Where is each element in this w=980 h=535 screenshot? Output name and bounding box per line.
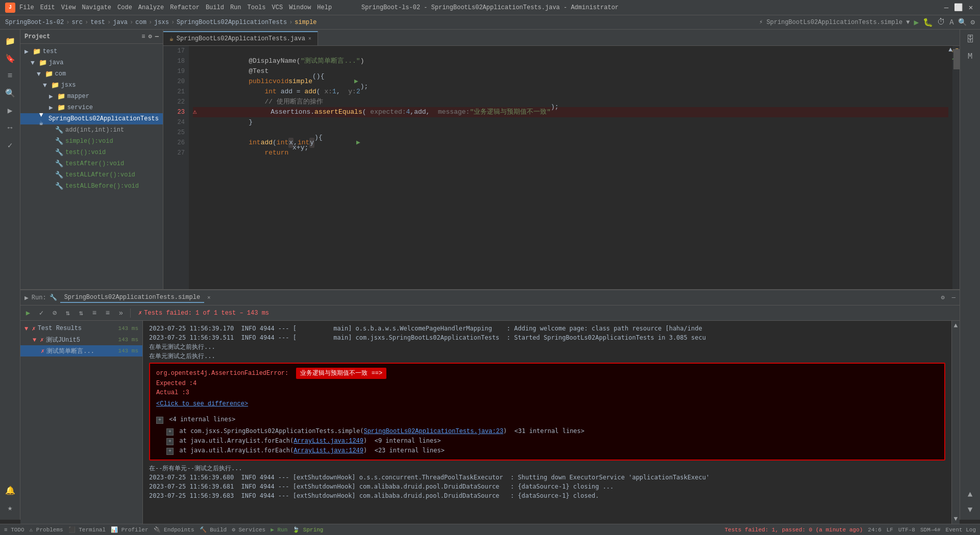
- stack-link-2[interactable]: ArrayList.java:1249: [293, 438, 363, 445]
- maximize-button[interactable]: ⬜: [954, 4, 963, 12]
- test-simple-item[interactable]: ✗ 测试简单断言... 143 ms: [20, 345, 142, 356]
- position-indicator[interactable]: 24:6: [868, 527, 881, 533]
- settings-icon[interactable]: ⚙: [971, 18, 975, 27]
- tree-item-testallbefore-method[interactable]: 🔧 testALLBefore():void: [20, 181, 163, 192]
- profiler-button[interactable]: 📊 Profiler: [111, 526, 148, 533]
- run-button-status[interactable]: ▶ Run: [271, 526, 287, 533]
- scroll-up-right[interactable]: ▲: [963, 487, 978, 502]
- rerun-button[interactable]: ▶: [22, 308, 34, 319]
- menu-code[interactable]: Code: [117, 4, 132, 11]
- more-button[interactable]: »: [115, 308, 127, 319]
- stack-link-3[interactable]: ArrayList.java:1249: [293, 447, 363, 454]
- menu-file[interactable]: File: [19, 4, 34, 11]
- menu-help[interactable]: Help: [317, 4, 332, 11]
- menu-tools[interactable]: Tools: [248, 4, 266, 11]
- run-button[interactable]: ▶: [914, 17, 919, 28]
- expand-icon-3[interactable]: +: [166, 438, 174, 445]
- encoding-indicator[interactable]: UTF-8: [898, 527, 915, 533]
- profile-button[interactable]: ⏱: [937, 17, 945, 27]
- collapse-all-icon[interactable]: ≡: [141, 33, 145, 40]
- run-gutter-icon[interactable]: ▶: [354, 77, 358, 87]
- window-controls[interactable]: — ⬜ ✕: [942, 4, 975, 12]
- sidebar-git-icon[interactable]: ↔: [3, 120, 18, 136]
- endpoints-button[interactable]: 🔌 Endpoints: [154, 526, 194, 533]
- scroll-up-icon[interactable]: ▲: [948, 46, 952, 54]
- search-icon[interactable]: 🔍: [958, 18, 967, 27]
- indent-indicator[interactable]: SDM→4#: [920, 527, 941, 533]
- todo-button[interactable]: ≡ TODO: [4, 527, 24, 533]
- close-button[interactable]: ✕: [967, 4, 975, 12]
- sidebar-favorites-icon[interactable]: ★: [3, 500, 18, 516]
- sidebar-project-icon[interactable]: 📁: [3, 34, 18, 49]
- scrollbar-thumb[interactable]: [953, 49, 960, 69]
- tree-item-simple-method[interactable]: 🔧 simple():void: [20, 136, 163, 147]
- tree-item-java[interactable]: ▼ 📁 java: [20, 57, 163, 68]
- bc-src[interactable]: src: [71, 19, 83, 26]
- menu-run[interactable]: Run: [230, 4, 241, 11]
- sidebar-search-icon[interactable]: 🔍: [3, 86, 18, 101]
- tree-item-mapper[interactable]: ▶ 📁 mapper: [20, 91, 163, 102]
- menu-analyze[interactable]: Analyze: [138, 4, 164, 11]
- menu-view[interactable]: View: [61, 4, 76, 11]
- bc-test[interactable]: test: [90, 19, 105, 26]
- bc-jsxs[interactable]: jsxs: [154, 19, 169, 26]
- editor-tab-close[interactable]: ×: [308, 36, 311, 42]
- internal-lines-expand[interactable]: + <4 internal lines>: [156, 415, 938, 424]
- tree-item-testafter-method[interactable]: 🔧 testAfter():void: [20, 158, 163, 169]
- test-junit5-item[interactable]: ▼ ✗ 测试JUnit5 143 ms: [20, 334, 142, 345]
- menu-build[interactable]: Build: [206, 4, 224, 11]
- expand-icon-4[interactable]: +: [166, 448, 174, 455]
- stack-link-1[interactable]: SpringBootLs02ApplicationTests.java:23: [363, 428, 503, 435]
- services-button[interactable]: ⚙ Services: [232, 526, 265, 533]
- console-scroll-up[interactable]: ▲: [954, 322, 958, 329]
- sort-button1[interactable]: ⇅: [62, 308, 74, 319]
- sidebar-notification-icon[interactable]: 🔔: [3, 483, 18, 498]
- debug-button[interactable]: 🐛: [923, 17, 933, 28]
- menu-bar[interactable]: File Edit View Navigate Code Analyze Ref…: [19, 4, 332, 11]
- sort-button2[interactable]: ⇅: [76, 308, 87, 319]
- run-tab-close[interactable]: ×: [207, 295, 211, 301]
- menu-edit[interactable]: Edit: [40, 4, 55, 11]
- terminal-button[interactable]: ⬛ Terminal: [68, 526, 106, 533]
- console-scroll-down[interactable]: ▼: [954, 515, 958, 523]
- panel-close-icon[interactable]: —: [155, 33, 159, 40]
- spring-button[interactable]: 🍃 Spring: [292, 526, 323, 533]
- bc-project[interactable]: SpringBoot-ls-02: [5, 19, 64, 26]
- tree-item-test[interactable]: ▶ 📁 test: [20, 46, 163, 57]
- expand-icon-2[interactable]: +: [166, 428, 174, 436]
- stop-button[interactable]: ⊘: [49, 308, 60, 319]
- scroll-down-right[interactable]: ▼: [963, 502, 978, 518]
- tree-item-test-method[interactable]: 🔧 test():void: [20, 147, 163, 158]
- event-log-button[interactable]: Event Log: [946, 527, 976, 533]
- bc-class[interactable]: SpringBootLs02ApplicationTests: [177, 19, 287, 26]
- bc-com[interactable]: com: [135, 19, 146, 26]
- tree-item-testallafter-method[interactable]: 🔧 testALLAfter():void: [20, 169, 163, 181]
- run-settings-icon[interactable]: ⚙: [941, 294, 945, 301]
- problems-button[interactable]: ⚠ Problems: [30, 526, 63, 533]
- maven-icon[interactable]: M: [963, 49, 978, 64]
- editor-tab-main[interactable]: ☕ SpringBootLs02ApplicationTests.java ×: [163, 31, 318, 45]
- tree-item-jsxs[interactable]: ▼ 📁 jsxs: [20, 80, 163, 91]
- run-config-dropdown[interactable]: ⚡ SpringBootLs02ApplicationTests.simple …: [759, 18, 910, 26]
- group-button2[interactable]: ≡: [102, 308, 113, 319]
- sidebar-structure-icon[interactable]: ≡: [3, 68, 18, 84]
- menu-refactor[interactable]: Refactor: [170, 4, 200, 11]
- run-gutter-icon-2[interactable]: ▶: [356, 138, 360, 148]
- test-results-root[interactable]: ▼ ✗ Test Results 143 ms: [20, 323, 142, 334]
- database-icon[interactable]: 🗄: [963, 32, 978, 47]
- group-button1[interactable]: ≡: [89, 308, 100, 319]
- build-button[interactable]: 🔨 Build: [200, 526, 227, 533]
- minimize-button[interactable]: —: [942, 4, 950, 12]
- panel-settings-icon[interactable]: ⚙: [149, 33, 152, 40]
- tree-item-apptest[interactable]: ▼ ☕ SpringBootLs02ApplicationTests: [20, 113, 163, 124]
- sidebar-bookmark-icon[interactable]: 🔖: [3, 51, 18, 66]
- run-minimize-icon[interactable]: —: [952, 294, 955, 301]
- expand-icon[interactable]: +: [156, 417, 163, 424]
- bc-java[interactable]: java: [113, 19, 128, 26]
- sidebar-todo-icon[interactable]: ✓: [3, 138, 18, 153]
- error-diff-link[interactable]: <Click to see difference>: [156, 399, 938, 409]
- line-separator[interactable]: LF: [887, 527, 893, 533]
- check-button[interactable]: ✓: [36, 308, 47, 319]
- menu-navigate[interactable]: Navigate: [82, 4, 111, 11]
- run-tab[interactable]: SpringBootLs02ApplicationTests.simple: [60, 293, 204, 303]
